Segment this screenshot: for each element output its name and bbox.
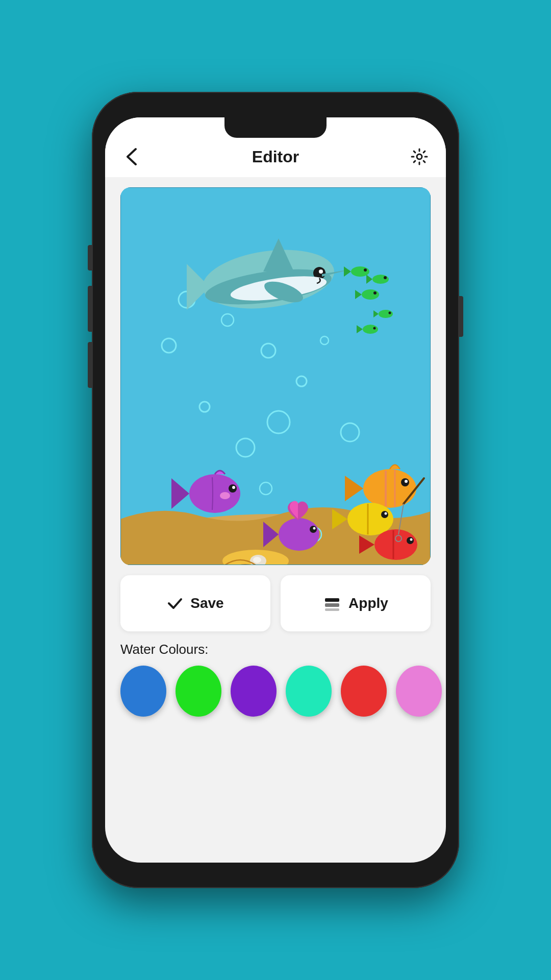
svg-point-27 xyxy=(372,275,389,284)
svg-point-42 xyxy=(232,486,235,489)
svg-point-38 xyxy=(373,327,376,330)
colour-swatch-pink[interactable] xyxy=(396,666,442,717)
svg-rect-70 xyxy=(325,608,339,611)
svg-point-44 xyxy=(279,518,319,551)
svg-point-47 xyxy=(313,527,316,530)
save-label: Save xyxy=(190,595,223,611)
colour-swatch-teal[interactable] xyxy=(286,666,332,717)
svg-point-32 xyxy=(373,291,377,295)
svg-point-29 xyxy=(384,276,387,279)
svg-point-39 xyxy=(189,474,240,513)
svg-point-56 xyxy=(374,529,417,560)
svg-point-35 xyxy=(389,312,391,314)
colours-label: Water Colours: xyxy=(120,642,431,657)
volume-down-button xyxy=(88,342,92,388)
volume-up-button xyxy=(88,286,92,332)
page-title: Editor xyxy=(252,148,299,166)
svg-point-46 xyxy=(310,526,317,533)
back-button[interactable] xyxy=(120,145,143,168)
svg-point-33 xyxy=(379,310,393,318)
svg-point-26 xyxy=(364,268,367,272)
svg-point-55 xyxy=(385,512,387,515)
save-button[interactable]: Save xyxy=(120,575,270,631)
svg-point-0 xyxy=(417,154,422,159)
phone-frame: Editor xyxy=(92,92,459,888)
svg-point-36 xyxy=(363,325,378,334)
phone-screen: Editor xyxy=(105,117,446,863)
svg-point-54 xyxy=(381,511,388,518)
svg-point-48 xyxy=(363,469,416,508)
settings-button[interactable] xyxy=(408,145,431,168)
notch xyxy=(224,117,327,138)
svg-rect-68 xyxy=(325,598,339,602)
svg-point-58 xyxy=(407,537,414,544)
colours-row xyxy=(120,666,431,717)
apply-label: Apply xyxy=(348,595,388,611)
colour-swatch-green[interactable] xyxy=(176,666,221,717)
svg-point-59 xyxy=(410,538,413,541)
svg-point-52 xyxy=(347,503,393,535)
svg-point-51 xyxy=(405,480,408,483)
svg-point-21 xyxy=(319,270,323,274)
silent-switch xyxy=(88,245,92,271)
colour-swatch-red[interactable] xyxy=(341,666,387,717)
colours-section: Water Colours: xyxy=(105,642,446,717)
power-button xyxy=(459,296,463,337)
svg-point-43 xyxy=(220,492,230,499)
colour-swatch-purple[interactable] xyxy=(231,666,277,717)
svg-point-30 xyxy=(362,289,379,300)
svg-rect-69 xyxy=(325,603,339,607)
canvas-area[interactable] xyxy=(120,187,431,565)
colour-swatch-blue[interactable] xyxy=(120,666,166,717)
action-buttons: Save Apply xyxy=(120,575,431,631)
apply-button[interactable]: Apply xyxy=(281,575,431,631)
svg-point-66 xyxy=(253,557,261,563)
